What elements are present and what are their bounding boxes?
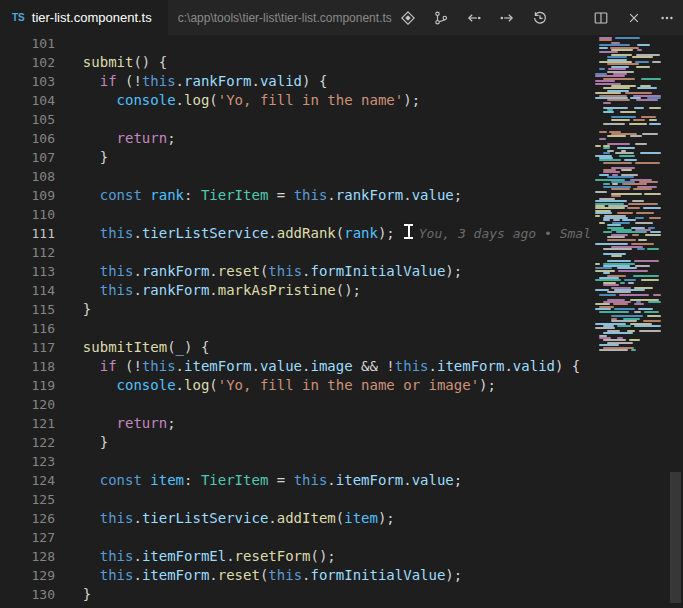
code-line-110: 110 (0, 205, 593, 224)
code-text[interactable]: this.itemForm.reset(this.formInitialValu… (55, 566, 593, 585)
code-line-119: 119 console.log('Yo, fill in the name or… (0, 376, 593, 395)
code-line-101: 101 (0, 35, 593, 53)
line-number[interactable]: 104 (0, 91, 55, 110)
code-text[interactable] (55, 35, 593, 53)
code-text[interactable]: const item: TierItem = this.itemForm.val… (55, 471, 593, 490)
minimap-code-line (593, 311, 668, 313)
code-text[interactable]: this.rankForm.reset(this.formInitialValu… (55, 262, 593, 281)
code-line-102: 102 submit() { (0, 53, 593, 72)
code-line-127: 127 (0, 528, 593, 547)
minimap-code-line (593, 294, 668, 296)
git-graph-icon[interactable] (425, 5, 458, 31)
vertical-scrollbar[interactable] (668, 35, 683, 608)
line-number[interactable]: 114 (0, 281, 55, 300)
code-area: 101102 submit() {103 if (!this.rankForm.… (0, 35, 593, 604)
editor-tab-bar: TS tier-list.component.ts c:\app\tools\t… (0, 0, 683, 35)
code-editor[interactable]: 101102 submit() {103 if (!this.rankForm.… (0, 35, 593, 608)
line-number[interactable]: 116 (0, 319, 55, 338)
code-line-103: 103 if (!this.rankForm.valid) { (0, 72, 593, 91)
line-number[interactable]: 107 (0, 148, 55, 167)
line-number[interactable]: 111 (0, 224, 55, 243)
code-text[interactable]: submitItem(_) { (55, 338, 593, 357)
code-text[interactable] (55, 452, 593, 471)
line-number[interactable]: 102 (0, 53, 55, 72)
code-text[interactable]: console.log('Yo, fill in the name or ima… (55, 376, 593, 395)
line-number[interactable]: 127 (0, 528, 55, 547)
code-text[interactable] (55, 243, 593, 262)
code-text[interactable]: } (55, 433, 593, 452)
code-text[interactable]: return; (55, 129, 593, 148)
line-number[interactable]: 112 (0, 243, 55, 262)
code-text[interactable]: } (55, 300, 593, 319)
tab-filename: tier-list.component.ts (32, 10, 152, 25)
line-number[interactable]: 103 (0, 72, 55, 91)
line-number[interactable]: 105 (0, 110, 55, 129)
typescript-file-icon: TS (12, 12, 25, 23)
code-line-116: 116 (0, 319, 593, 338)
code-line-111: 111 this.tierListService.addRank(rank);Y… (0, 224, 593, 243)
code-text[interactable]: if (!this.rankForm.valid) { (55, 72, 593, 91)
code-text[interactable]: this.rankForm.markAsPristine(); (55, 281, 593, 300)
code-text[interactable]: submit() { (55, 53, 593, 72)
split-editor-icon[interactable] (585, 5, 618, 31)
minimap-code-line (593, 123, 668, 125)
file-history-icon[interactable] (524, 5, 557, 31)
code-line-126: 126 this.tierListService.addItem(item); (0, 509, 593, 528)
code-line-105: 105 (0, 110, 593, 129)
code-text[interactable]: if (!this.itemForm.value.image && !this.… (55, 357, 593, 376)
line-number[interactable]: 128 (0, 547, 55, 566)
code-text[interactable] (55, 319, 593, 338)
code-text[interactable]: const rank: TierItem = this.rankForm.val… (55, 186, 593, 205)
code-line-125: 125 (0, 490, 593, 509)
open-previous-change-icon[interactable] (458, 5, 491, 31)
code-text[interactable]: return; (55, 414, 593, 433)
minimap-code-line (593, 102, 668, 104)
code-line-115: 115 } (0, 300, 593, 319)
code-line-106: 106 return; (0, 129, 593, 148)
code-text[interactable] (55, 167, 593, 186)
line-number[interactable]: 118 (0, 357, 55, 376)
code-text[interactable]: console.log('Yo, fill in the name'); (55, 91, 593, 110)
line-number[interactable]: 125 (0, 490, 55, 509)
code-text[interactable] (55, 528, 593, 547)
code-text[interactable]: this.tierListService.addRank(rank);You, … (55, 224, 593, 243)
line-number[interactable]: 106 (0, 129, 55, 148)
code-text[interactable] (55, 110, 593, 129)
line-number[interactable]: 110 (0, 205, 55, 224)
line-number[interactable]: 117 (0, 338, 55, 357)
code-line-117: 117 submitItem(_) { (0, 338, 593, 357)
line-number[interactable]: 115 (0, 300, 55, 319)
line-number[interactable]: 108 (0, 167, 55, 186)
line-number[interactable]: 109 (0, 186, 55, 205)
active-tab[interactable]: TS tier-list.component.ts (0, 0, 168, 35)
code-text[interactable]: this.itemFormEl.resetForm(); (55, 547, 593, 566)
minimap[interactable] (593, 35, 668, 608)
line-number[interactable]: 122 (0, 433, 55, 452)
line-number[interactable]: 124 (0, 471, 55, 490)
file-path-label: c:\app\tools\tier-list\tier-list.compone… (178, 11, 392, 25)
code-text[interactable]: this.tierListService.addItem(item); (55, 509, 593, 528)
line-number[interactable]: 113 (0, 262, 55, 281)
code-text[interactable] (55, 395, 593, 414)
minimap-code-line (593, 111, 668, 113)
line-number[interactable]: 121 (0, 414, 55, 433)
close-editor-icon[interactable] (618, 5, 651, 31)
scrollbar-thumb[interactable] (670, 472, 681, 603)
line-number[interactable]: 126 (0, 509, 55, 528)
line-number[interactable]: 101 (0, 35, 55, 53)
open-next-change-icon[interactable] (491, 5, 524, 31)
line-number[interactable]: 123 (0, 452, 55, 471)
code-line-130: 130 } (0, 585, 593, 604)
line-number[interactable]: 119 (0, 376, 55, 395)
code-line-112: 112 (0, 243, 593, 262)
line-number[interactable]: 129 (0, 566, 55, 585)
code-text[interactable] (55, 205, 593, 224)
code-text[interactable] (55, 490, 593, 509)
more-actions-icon[interactable] (651, 5, 683, 31)
line-number[interactable]: 130 (0, 585, 55, 604)
code-text[interactable]: } (55, 148, 593, 167)
line-number[interactable]: 120 (0, 395, 55, 414)
code-line-114: 114 this.rankForm.markAsPristine(); (0, 281, 593, 300)
code-text[interactable]: } (55, 585, 593, 604)
gitlens-compare-icon[interactable] (392, 5, 425, 31)
